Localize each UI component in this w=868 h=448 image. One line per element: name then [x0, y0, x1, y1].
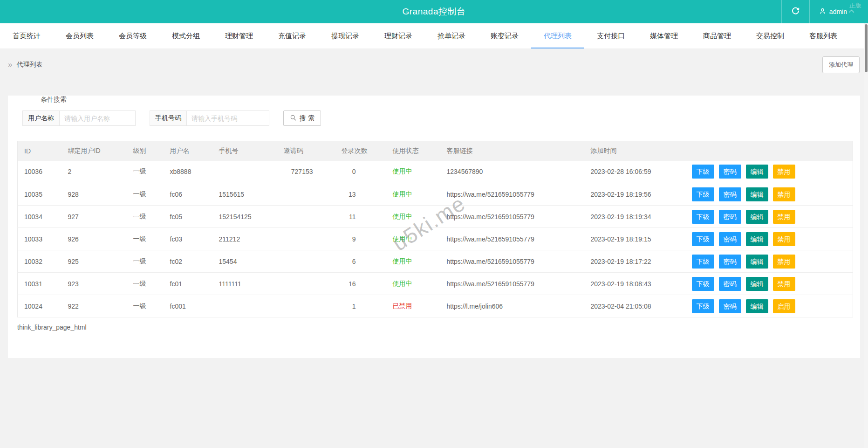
user-menu[interactable]: admin	[810, 0, 863, 23]
cell-created-at: 2023-02-19 18:19:34	[584, 206, 685, 228]
cell-created-at: 2023-02-19 18:08:43	[584, 273, 685, 295]
column-header	[685, 141, 853, 161]
edit-button[interactable]: 编辑	[746, 232, 768, 246]
username-input-group: 用户名称	[22, 110, 136, 126]
password-button[interactable]: 密码	[719, 165, 741, 179]
sub-agents-button[interactable]: 下级	[692, 165, 714, 179]
cell-bind-uid: 2	[62, 161, 127, 183]
password-button[interactable]: 密码	[719, 277, 741, 291]
cell-level: 一级	[127, 228, 164, 250]
app-title: Granada控制台	[0, 6, 868, 18]
search-button-label: 搜 索	[300, 114, 314, 123]
cell-status: 使用中	[386, 250, 440, 273]
cell-created-at: 2023-02-04 21:05:08	[584, 295, 685, 317]
cell-invite-code	[277, 228, 335, 250]
cell-bind-uid: 928	[62, 183, 127, 206]
cell-service-link: https://wa.me/5216591055779	[440, 183, 584, 206]
toggle-status-button[interactable]: 禁用	[773, 210, 795, 224]
cell-actions: 下级密码编辑禁用	[685, 206, 853, 228]
edit-button[interactable]: 编辑	[746, 210, 768, 224]
cell-login-count: 16	[335, 273, 386, 295]
footer-note: think_library_page_html	[17, 324, 851, 331]
nav-tab[interactable]: 媒体管理	[637, 23, 690, 48]
sub-agents-button[interactable]: 下级	[692, 187, 714, 201]
sub-agents-button[interactable]: 下级	[692, 232, 714, 246]
cell-actions: 下级密码编辑禁用	[685, 183, 853, 206]
cell-created-at: 2023-02-28 16:06:59	[584, 161, 685, 183]
cell-phone	[212, 295, 277, 317]
cell-actions: 下级密码编辑禁用	[685, 273, 853, 295]
toggle-status-button[interactable]: 禁用	[773, 165, 795, 179]
nav-tab[interactable]: 支付接口	[584, 23, 637, 48]
edit-button[interactable]: 编辑	[746, 277, 768, 291]
toggle-status-button[interactable]: 禁用	[773, 277, 795, 291]
user-icon	[819, 7, 826, 16]
cell-level: 一级	[127, 250, 164, 273]
nav-tab[interactable]: 会员列表	[53, 23, 106, 48]
nav-tab[interactable]: 提现记录	[319, 23, 372, 48]
edit-button[interactable]: 编辑	[746, 187, 768, 201]
column-header: 绑定用户ID	[62, 141, 127, 161]
edit-button[interactable]: 编辑	[746, 299, 768, 313]
cell-login-count: 13	[335, 183, 386, 206]
nav-tab[interactable]: 客服列表	[797, 23, 850, 48]
refresh-icon	[791, 7, 800, 17]
cell-level: 一级	[127, 161, 164, 183]
cell-invite-code	[277, 250, 335, 273]
cell-level: 一级	[127, 295, 164, 317]
cell-created-at: 2023-02-19 18:19:56	[584, 183, 685, 206]
scrollbar-thumb[interactable]	[865, 24, 868, 72]
sub-agents-button[interactable]: 下级	[692, 255, 714, 269]
nav-tab[interactable]: 理财管理	[212, 23, 266, 48]
toggle-status-button[interactable]: 禁用	[773, 232, 795, 246]
nav-tab[interactable]: 充值记录	[266, 23, 319, 48]
password-button[interactable]: 密码	[719, 187, 741, 201]
username-input[interactable]	[59, 110, 136, 126]
sub-agents-button[interactable]: 下级	[692, 299, 714, 313]
password-button[interactable]: 密码	[719, 210, 741, 224]
column-header: 邀请码	[277, 141, 335, 161]
cell-id: 10024	[18, 295, 62, 317]
add-agent-button[interactable]: 添加代理	[822, 56, 860, 73]
cell-phone: 15454	[212, 250, 277, 273]
nav-tab[interactable]: 商品管理	[690, 23, 744, 48]
search-row: 用户名称 手机号码 搜 索	[22, 110, 851, 126]
nav-tab[interactable]: 抢单记录	[425, 23, 478, 48]
toggle-status-button[interactable]: 启用	[773, 299, 795, 313]
table-row: 10034927一级fc0515215412511使用中https://wa.m…	[18, 206, 853, 228]
cell-phone: 152154125	[212, 206, 277, 228]
nav-tab[interactable]: 首页统计	[0, 23, 53, 48]
table-row: 10035928一级fc06151561513使用中https://wa.me/…	[18, 183, 853, 206]
toggle-status-button[interactable]: 禁用	[773, 187, 795, 201]
column-header: 手机号	[212, 141, 277, 161]
toggle-status-button[interactable]: 禁用	[773, 255, 795, 269]
cell-status: 使用中	[386, 161, 440, 183]
nav-tab[interactable]: 代理列表	[531, 23, 584, 48]
cell-invite-code	[277, 206, 335, 228]
edit-button[interactable]: 编辑	[746, 165, 768, 179]
nav-tab[interactable]: 模式分组	[159, 23, 212, 48]
password-button[interactable]: 密码	[719, 255, 741, 269]
cell-id: 10033	[18, 228, 62, 250]
cell-id: 10034	[18, 206, 62, 228]
password-button[interactable]: 密码	[719, 232, 741, 246]
cell-username: xb8888	[164, 161, 212, 183]
cell-bind-uid: 923	[62, 273, 127, 295]
table-row: 10033926一级fc032112129使用中https://wa.me/52…	[18, 228, 853, 250]
refresh-button[interactable]	[782, 0, 809, 23]
nav-tab[interactable]: 理财记录	[372, 23, 425, 48]
edit-button[interactable]: 编辑	[746, 255, 768, 269]
phone-input[interactable]	[186, 110, 269, 126]
sub-agents-button[interactable]: 下级	[692, 277, 714, 291]
phone-label: 手机号码	[150, 110, 186, 126]
search-button[interactable]: 搜 索	[283, 110, 321, 126]
cell-bind-uid: 927	[62, 206, 127, 228]
nav-tab[interactable]: 账变记录	[478, 23, 531, 48]
nav-tab[interactable]: 会员等级	[106, 23, 159, 48]
cell-login-count: 1	[335, 295, 386, 317]
status-badge: 使用中	[393, 280, 412, 287]
status-badge: 使用中	[393, 213, 412, 220]
password-button[interactable]: 密码	[719, 299, 741, 313]
nav-tab[interactable]: 交易控制	[744, 23, 797, 48]
sub-agents-button[interactable]: 下级	[692, 210, 714, 224]
